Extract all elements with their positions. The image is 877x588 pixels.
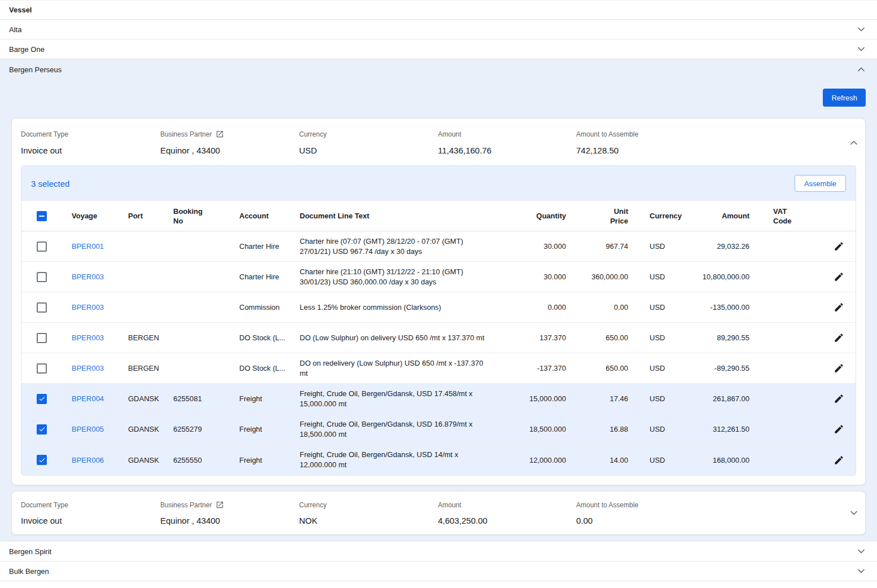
port-cell: GDANSK (128, 425, 173, 433)
edit-icon[interactable] (834, 332, 844, 343)
currency-cell: USD (633, 242, 686, 251)
unit-price-cell: 650.00 (571, 334, 633, 342)
chevron-down-icon (854, 23, 868, 36)
open-in-new-icon[interactable] (216, 130, 224, 138)
currency-cell: USD (633, 425, 686, 433)
row-checkbox[interactable] (37, 272, 47, 282)
voyage-link[interactable]: BPER006 (72, 456, 104, 464)
field-business-partner: Business Partner Equinor , 43400 (160, 501, 299, 525)
account-cell: Freight (239, 425, 300, 433)
table-header-row: Voyage Port Booking No Account Document … (21, 201, 856, 231)
open-in-new-icon[interactable] (216, 501, 224, 509)
quantity-cell: 30.000 (503, 242, 571, 251)
quantity-cell: -137.370 (503, 364, 571, 372)
field-currency: Currency NOK (299, 501, 438, 525)
expand-card-icon[interactable] (847, 506, 861, 520)
document-line-text-cell: DO (Low Sulphur) on delivery USD 650 /mt… (300, 333, 503, 343)
unit-price-cell: 0.00 (571, 303, 633, 311)
voyage-link[interactable]: BPER005 (72, 425, 104, 433)
column-header-vat-code: VAT Code (754, 207, 822, 226)
chevron-down-icon (854, 42, 868, 56)
select-all-checkbox[interactable] (37, 211, 47, 221)
collapse-card-icon[interactable] (847, 136, 861, 150)
row-checkbox[interactable] (37, 394, 47, 404)
account-cell: Freight (239, 394, 300, 403)
vessel-row-alta[interactable]: Alta (0, 20, 877, 40)
quantity-cell: 15,000.000 (503, 394, 571, 403)
edit-icon[interactable] (834, 271, 844, 282)
edit-icon[interactable] (834, 393, 844, 404)
document-line-text-cell: Freight, Crude Oil, Bergen/Gdansk, USD 1… (300, 389, 503, 409)
document-lines-table: 3 selected Assemble Voyage Port Booking … (21, 165, 856, 476)
unit-price-cell: 360,000.00 (571, 273, 633, 281)
field-document-type: Document Type Invoice out (21, 501, 160, 525)
edit-icon[interactable] (834, 455, 844, 466)
column-header-document-line-text: Document Line Text (300, 212, 503, 220)
refresh-button[interactable]: Refresh (823, 89, 866, 107)
voyage-link[interactable]: BPER003 (72, 364, 104, 372)
column-header-account: Account (239, 212, 300, 220)
amount-cell: 312,261.50 (686, 425, 754, 433)
selected-count: 3 selected (31, 179, 69, 188)
vessel-row-bergen-spirit[interactable]: Bergen Spirit (0, 542, 877, 561)
document-card-usd: Document Type Invoice out Business Partn… (11, 118, 866, 485)
table-row: BPER005 GDANSK 6255279 Freight Freight, … (21, 414, 856, 445)
currency-value: NOK (299, 516, 438, 525)
row-checkbox[interactable] (37, 302, 47, 313)
amount-cell: 10,800,000.00 (686, 273, 754, 281)
row-checkbox[interactable] (37, 455, 47, 465)
table-row: BPER003 BERGEN DO Stock (L... DO on rede… (21, 353, 856, 384)
quantity-cell: 12,000.000 (503, 456, 571, 464)
field-business-partner: Business Partner Equinor , 43400 (160, 130, 299, 155)
amount-cell: 168,000.00 (686, 456, 754, 464)
vessel-list-title: Vessel (9, 6, 32, 14)
amount-cell: 29,032.26 (686, 242, 754, 251)
account-cell: Charter Hire (239, 242, 300, 251)
document-lines: BPER001 Charter Hire Charter hire (07:07… (21, 231, 856, 475)
business-partner-label: Business Partner (160, 130, 212, 138)
document-type-value: Invoice out (21, 516, 160, 525)
booking-no-cell: 6255081 (173, 394, 239, 403)
amount-to-assemble-label: Amount to Assemble (576, 130, 838, 138)
assemble-button[interactable]: Assemble (795, 175, 846, 192)
edit-icon[interactable] (834, 302, 844, 313)
voyage-link[interactable]: BPER003 (72, 273, 104, 281)
voyage-link[interactable]: BPER003 (72, 334, 104, 342)
document-type-label: Document Type (21, 501, 160, 509)
amount-label: Amount (438, 130, 576, 138)
document-card-nok: Document Type Invoice out Business Partn… (11, 491, 866, 535)
voyage-link[interactable]: BPER003 (72, 303, 104, 311)
vessel-row-bulk-bergen[interactable]: Bulk Bergen (0, 561, 877, 581)
field-amount-to-assemble: Amount to Assemble 742,128.50 (576, 130, 838, 155)
field-amount: Amount 4,603,250.00 (438, 501, 576, 525)
row-checkbox[interactable] (37, 242, 47, 252)
row-checkbox[interactable] (37, 333, 47, 343)
edit-icon[interactable] (834, 424, 844, 435)
edit-icon[interactable] (834, 241, 844, 252)
vessel-name: Bergen Spirit (9, 547, 51, 556)
column-header-voyage: Voyage (72, 212, 128, 220)
voyage-link[interactable]: BPER004 (72, 394, 104, 403)
vessel-row-barge-one[interactable]: Barge One (0, 40, 877, 59)
row-checkbox[interactable] (37, 363, 47, 374)
currency-cell: USD (633, 334, 686, 342)
amount-label: Amount (438, 501, 576, 509)
chevron-down-icon (854, 545, 868, 558)
port-cell: BERGEN (128, 364, 173, 372)
currency-cell: USD (633, 456, 686, 464)
amount-cell: 89,290.55 (686, 334, 754, 342)
field-amount: Amount 11,436,160.76 (438, 130, 576, 155)
unit-price-cell: 17.46 (571, 394, 633, 403)
row-checkbox[interactable] (37, 424, 47, 435)
document-line-text-cell: Freight, Crude Oil, Bergen/Gdansk, USD 1… (300, 419, 503, 440)
currency-label: Currency (299, 501, 438, 509)
currency-cell: USD (633, 394, 686, 403)
field-currency: Currency USD (299, 130, 438, 155)
vessel-row-bergen-perseus[interactable]: Bergen Perseus (0, 59, 877, 80)
edit-icon[interactable] (834, 363, 844, 374)
voyage-link[interactable]: BPER001 (72, 242, 104, 251)
booking-no-cell: 6255279 (173, 425, 239, 433)
table-row: BPER003 Commission Less 1.25% broker com… (21, 292, 856, 323)
quantity-cell: 30.000 (503, 273, 571, 281)
amount-value: 11,436,160.76 (438, 146, 576, 155)
